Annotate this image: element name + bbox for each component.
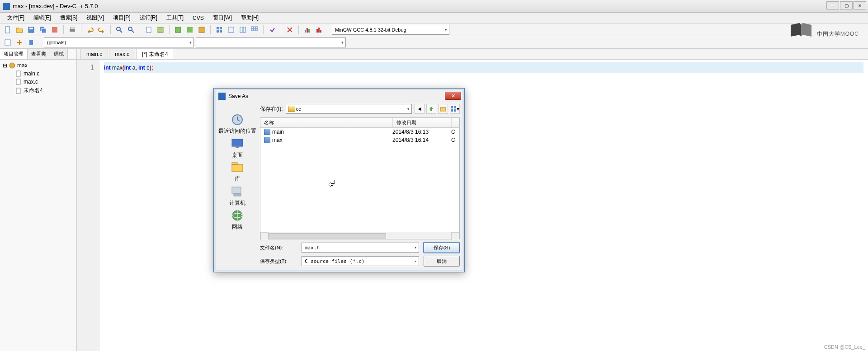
nav-recent[interactable]: 最近访问的位置 xyxy=(218,113,256,135)
up-icon[interactable] xyxy=(426,104,436,114)
find-icon[interactable] xyxy=(114,25,124,35)
menu-file[interactable]: 文件[F] xyxy=(3,13,29,23)
dialog-titlebar[interactable]: Save As xyxy=(216,90,462,102)
save-all-icon[interactable] xyxy=(38,25,48,35)
rebuild-icon[interactable] xyxy=(214,25,224,35)
back-icon[interactable]: ◄ xyxy=(415,104,425,114)
redo-icon[interactable] xyxy=(97,25,107,35)
svg-rect-42 xyxy=(232,139,243,146)
member-selector[interactable] xyxy=(196,37,346,47)
profile-icon[interactable] xyxy=(302,25,312,35)
stop-debug-icon[interactable] xyxy=(285,25,295,35)
nav-libraries[interactable]: 库 xyxy=(229,161,245,183)
menu-edit[interactable]: 编辑[E] xyxy=(29,13,56,23)
menu-view[interactable]: 视图[V] xyxy=(82,13,108,23)
minimize-button[interactable]: — xyxy=(826,1,839,9)
class-selector[interactable]: (globals) xyxy=(44,37,194,47)
editor-tab-untitled[interactable]: [*] 未命名4 xyxy=(136,49,174,59)
close-file-icon[interactable] xyxy=(50,25,60,35)
tree-root[interactable]: ⊟ max xyxy=(3,61,74,70)
compiler-selector[interactable]: MinGW GCC 4.8.1 32-bit Debug xyxy=(332,25,449,35)
goto-func-icon[interactable] xyxy=(3,37,13,47)
svg-rect-36 xyxy=(29,40,33,45)
svg-rect-30 xyxy=(307,28,308,33)
editor-tabs: main.c max.c [*] 未命名4 xyxy=(77,49,868,60)
svg-rect-2 xyxy=(29,28,33,29)
tree-item-main[interactable]: main.c xyxy=(3,70,74,78)
debug-icon[interactable] xyxy=(267,25,277,35)
compile-icon[interactable] xyxy=(173,25,183,35)
delete-profile-icon[interactable] xyxy=(314,25,324,35)
undo-icon[interactable] xyxy=(85,25,95,35)
toggle-bookmark-icon[interactable] xyxy=(144,25,154,35)
insert-icon[interactable] xyxy=(14,37,24,47)
nav-desktop[interactable]: 桌面 xyxy=(229,137,245,159)
dialog-close-button[interactable]: ✕ xyxy=(445,92,461,100)
window-title: max - [max.dev] - Dev-C++ 5.7.0 xyxy=(13,3,98,9)
close-button[interactable]: ✕ xyxy=(854,1,866,9)
cancel-button[interactable]: 取消 xyxy=(424,256,460,267)
tab-project[interactable]: 项目管理 xyxy=(0,49,28,59)
filetype-select[interactable]: C source files (*.c) xyxy=(302,256,419,266)
location-combo[interactable]: cc xyxy=(286,104,412,114)
tree-toggle-icon[interactable]: ⊟ xyxy=(3,62,7,69)
save-button[interactable]: 保存(S) xyxy=(424,242,460,253)
save-icon[interactable] xyxy=(26,25,36,35)
tree-item-max[interactable]: max.c xyxy=(3,78,74,86)
new-window-icon[interactable] xyxy=(226,25,236,35)
tile-v-icon[interactable] xyxy=(250,25,259,35)
menu-run[interactable]: 运行[R] xyxy=(135,13,162,23)
svg-rect-14 xyxy=(187,27,193,33)
col-type[interactable] xyxy=(452,118,459,127)
svg-rect-18 xyxy=(217,30,219,33)
book-icon xyxy=(790,22,812,38)
tile-h-icon[interactable] xyxy=(238,25,248,35)
save-as-dialog: Save As ✕ 最近访问的位置 桌面 库 计算机 网络 xyxy=(213,88,465,272)
filetype-row: 保存类型(T): C source files (*.c) 取消 xyxy=(260,256,460,267)
file-icon xyxy=(15,79,22,85)
svg-rect-34 xyxy=(320,30,321,33)
compile-run-icon[interactable] xyxy=(197,25,207,35)
filename-row: 文件名(N): max.h 保存(S) xyxy=(260,242,460,253)
menu-cvs[interactable]: CVS xyxy=(188,14,208,22)
view-menu-icon[interactable]: ▾ xyxy=(450,104,460,114)
tree-root-label: max xyxy=(17,62,28,69)
col-date[interactable]: 修改日期 xyxy=(393,118,452,127)
file-row-max[interactable]: max 2014/8/3 16:14C xyxy=(260,136,459,144)
print-icon[interactable] xyxy=(67,25,77,35)
filename-input[interactable]: max.h xyxy=(302,243,419,253)
location-row: 保存在(I): cc ◄ ▾ xyxy=(258,103,462,117)
file-row-main[interactable]: main 2014/8/3 16:13C xyxy=(260,128,459,136)
bookmark-icon[interactable] xyxy=(26,37,36,47)
menu-project[interactable]: 项目[P] xyxy=(108,13,135,23)
run-icon[interactable] xyxy=(185,25,195,35)
menu-tools[interactable]: 工具[T] xyxy=(162,13,188,23)
svg-rect-46 xyxy=(232,187,241,193)
tab-debug[interactable]: 调试 xyxy=(50,49,68,59)
open-file-icon[interactable] xyxy=(14,25,24,35)
menu-window[interactable]: 窗口[W] xyxy=(208,13,236,23)
replace-icon[interactable] xyxy=(126,25,136,35)
code-editor[interactable]: int max(int a, int b); xyxy=(99,60,868,76)
nav-computer[interactable]: 计算机 xyxy=(229,185,245,207)
maximize-button[interactable]: ▢ xyxy=(840,1,853,9)
editor-tab-main[interactable]: main.c xyxy=(80,49,108,59)
tree-item-label: main.c xyxy=(24,70,39,77)
svg-rect-19 xyxy=(220,30,222,33)
svg-rect-51 xyxy=(440,108,446,111)
file-list[interactable]: 名称 修改日期 main 2014/8/3 16:13C max 2014/8/… xyxy=(260,117,460,239)
col-name[interactable]: 名称 xyxy=(260,118,393,127)
editor-tab-max[interactable]: max.c xyxy=(109,49,135,59)
goto-bookmark-icon[interactable] xyxy=(156,25,165,35)
svg-rect-32 xyxy=(316,29,318,33)
location-label: 保存在(I): xyxy=(260,105,283,113)
new-file-icon[interactable] xyxy=(3,25,13,35)
h-scrollbar[interactable] xyxy=(260,232,459,239)
tab-classes[interactable]: 查看类 xyxy=(28,49,50,59)
menu-help[interactable]: 帮助[H] xyxy=(236,13,263,23)
new-folder-icon[interactable] xyxy=(438,104,448,114)
menu-search[interactable]: 搜索[S] xyxy=(56,13,82,23)
watermark: 中国大学MOOC xyxy=(790,20,859,40)
nav-network[interactable]: 网络 xyxy=(229,209,245,231)
tree-item-untitled[interactable]: 未命名4 xyxy=(3,86,74,95)
